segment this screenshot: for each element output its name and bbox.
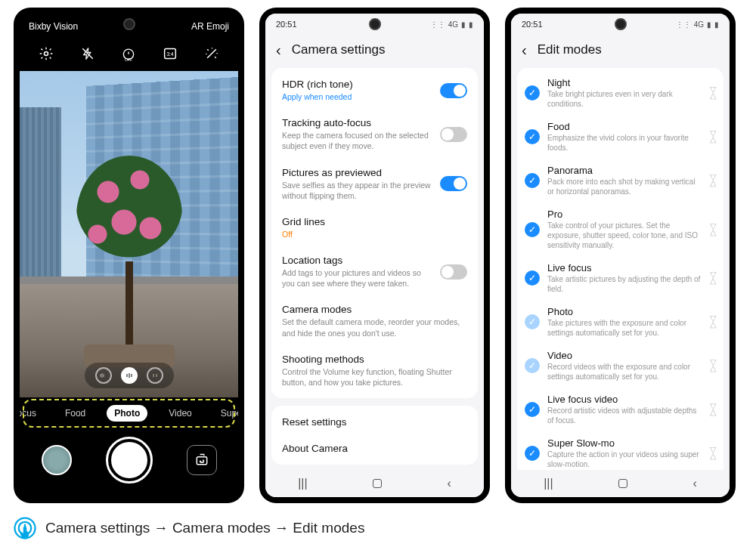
mode-super-slowmo[interactable]: Super Sl xyxy=(213,405,238,422)
switch-camera-button[interactable] xyxy=(187,445,217,475)
modes-card: ✓NightTake bright pictures even in very … xyxy=(517,68,723,470)
shutter-row xyxy=(20,429,238,497)
mode-food[interactable]: Food xyxy=(57,405,93,422)
shutter-button[interactable] xyxy=(106,437,153,484)
back-button[interactable]: ‹ xyxy=(522,42,527,57)
nav-back[interactable]: ‹ xyxy=(447,477,451,490)
phone-settings: 20:51 ⋮⋮ 4G ▮ ▮ ‹ Camera settings HDR (r… xyxy=(259,8,490,503)
check-icon[interactable]: ✓ xyxy=(525,446,540,461)
mode-live-focus[interactable]: ve focus xyxy=(20,405,44,422)
drag-handle-icon[interactable]: ▽△ xyxy=(710,272,716,283)
status-icons: ⋮⋮ 4G ▮ ▮ xyxy=(430,20,473,29)
toggle-location-tags[interactable] xyxy=(440,264,467,280)
drag-handle-icon[interactable]: ▽△ xyxy=(710,131,716,142)
flash-off-icon[interactable] xyxy=(78,44,98,63)
nav-home[interactable] xyxy=(618,479,627,488)
mode-row-super-slow-mo[interactable]: ✓Super Slow-moCapture the action in your… xyxy=(517,431,723,470)
mode-photo[interactable]: Photo xyxy=(107,405,147,422)
settings-screen: 20:51 ⋮⋮ 4G ▮ ▮ ‹ Camera settings HDR (r… xyxy=(265,14,484,497)
drag-handle-icon[interactable]: ▽△ xyxy=(710,87,716,98)
mode-row-live-focus[interactable]: ✓Live focusTake artistic pictures by adj… xyxy=(517,256,723,300)
status-time: 20:51 xyxy=(276,20,297,29)
svg-point-0 xyxy=(45,52,48,56)
nav-bar: ||| ‹ xyxy=(511,470,730,497)
check-icon[interactable]: ✓ xyxy=(525,270,540,286)
check-icon[interactable]: ✓ xyxy=(525,173,540,188)
toggle-tracking-af[interactable] xyxy=(440,127,467,142)
check-icon[interactable]: ✓ xyxy=(525,222,540,237)
mode-rail[interactable]: ve focus Food Photo Video Super Sl xyxy=(20,397,238,429)
edit-modes-screen: 20:51 ⋮⋮ 4G ▮ ▮ ‹ Edit modes ✓NightTake … xyxy=(511,14,730,497)
drag-handle-icon[interactable]: ▽△ xyxy=(710,447,716,459)
tap-icon xyxy=(14,517,36,539)
row-camera-modes[interactable]: Camera modesSet the default camera mode,… xyxy=(271,296,478,345)
row-reset-settings[interactable]: Reset settings xyxy=(271,409,478,435)
phone-edit-modes: 20:51 ⋮⋮ 4G ▮ ▮ ‹ Edit modes ✓NightTake … xyxy=(505,8,736,503)
mode-row-food[interactable]: ✓FoodEmphasize the vivid colors in your … xyxy=(517,115,723,159)
check-icon[interactable]: ✓ xyxy=(525,314,540,329)
check-icon[interactable]: ✓ xyxy=(525,402,540,417)
row-about-camera[interactable]: About Camera xyxy=(271,435,478,462)
drag-handle-icon[interactable]: ▽△ xyxy=(710,316,716,327)
nav-recent[interactable]: ||| xyxy=(544,477,553,490)
signal-bars-icon: ▮ xyxy=(707,20,711,29)
row-location-tags[interactable]: Location tagsAdd tags to your pictures a… xyxy=(271,247,478,296)
row-tracking-af[interactable]: Tracking auto-focusKeep the camera focus… xyxy=(271,110,478,159)
mode-row-photo[interactable]: ✓PhotoTake pictures with the exposure an… xyxy=(517,300,723,344)
mode-row-pro[interactable]: ✓ProTake control of your pictures. Set t… xyxy=(517,202,723,256)
nav-recent[interactable]: ||| xyxy=(298,477,307,490)
signal-icon: 4G xyxy=(694,20,704,29)
check-icon[interactable]: ✓ xyxy=(525,358,540,373)
toggle-hdr[interactable] xyxy=(440,83,467,98)
camera-top-bar: Bixby Vision AR Emoji xyxy=(20,14,238,36)
nav-home[interactable] xyxy=(373,479,382,488)
mode-row-panorama[interactable]: ✓PanoramaPack more into each shot by mak… xyxy=(517,159,723,202)
row-grid-lines[interactable]: Grid linesOff xyxy=(271,209,478,247)
lens-wide[interactable] xyxy=(121,367,138,384)
drag-handle-icon[interactable]: ▽△ xyxy=(710,175,716,186)
mode-video[interactable]: Video xyxy=(161,405,199,422)
phone-camera: Bixby Vision AR Emoji OFF 3:4 xyxy=(14,8,244,503)
nav-back[interactable]: ‹ xyxy=(692,477,696,490)
gallery-thumbnail[interactable] xyxy=(42,445,72,475)
modes-list[interactable]: ✓NightTake bright pictures even in very … xyxy=(511,68,730,470)
drag-handle-icon[interactable]: ▽△ xyxy=(710,403,716,415)
lens-tele[interactable] xyxy=(147,367,163,384)
filters-icon[interactable] xyxy=(202,44,222,63)
mode-row-video[interactable]: ✓VideoRecord videos with the exposure an… xyxy=(517,344,723,388)
status-time: 20:51 xyxy=(522,20,543,29)
svg-text:3:4: 3:4 xyxy=(167,51,174,57)
row-pictures-previewed[interactable]: Pictures as previewedSave selfies as the… xyxy=(271,159,478,209)
bixby-vision-link[interactable]: Bixby Vision xyxy=(29,21,78,32)
drag-handle-icon[interactable]: ▽△ xyxy=(710,360,716,371)
aspect-ratio-icon[interactable]: 3:4 xyxy=(160,44,180,63)
check-icon[interactable]: ✓ xyxy=(525,129,540,144)
svg-rect-6 xyxy=(197,457,206,465)
mode-row-live-focus-video[interactable]: ✓Live focus videoRecord artistic videos … xyxy=(517,388,723,431)
ar-emoji-link[interactable]: AR Emoji xyxy=(191,21,229,32)
title-bar: ‹ Edit modes xyxy=(511,35,730,68)
mode-row-night[interactable]: ✓NightTake bright pictures even in very … xyxy=(517,71,723,115)
footer-breadcrumb: Camera settings → Camera modes → Edit mo… xyxy=(14,517,364,539)
row-shooting-methods[interactable]: Shooting methodsControl the Volume key f… xyxy=(271,346,478,395)
check-icon[interactable]: ✓ xyxy=(525,85,540,100)
camera-viewfinder[interactable] xyxy=(20,71,238,397)
page-title: Edit modes xyxy=(538,42,602,57)
battery-icon: ▮ xyxy=(714,20,719,29)
signal-icon: 4G xyxy=(448,20,458,29)
back-button[interactable]: ‹ xyxy=(276,42,281,57)
row-hdr-sub: Apply when needed xyxy=(282,91,432,102)
settings-list[interactable]: HDR (rich tone)Apply when needed Trackin… xyxy=(265,68,484,470)
camera-screen: Bixby Vision AR Emoji OFF 3:4 xyxy=(20,14,238,497)
page-title: Camera settings xyxy=(292,42,386,57)
wifi-icon: ⋮⋮ xyxy=(676,20,691,29)
status-bar: 20:51 ⋮⋮ 4G ▮ ▮ xyxy=(265,14,484,35)
gear-icon[interactable] xyxy=(36,44,56,63)
timer-off-icon[interactable]: OFF xyxy=(119,44,138,63)
drag-handle-icon[interactable]: ▽△ xyxy=(710,224,716,235)
toggle-pictures-previewed[interactable] xyxy=(440,176,467,191)
lens-ultrawide[interactable] xyxy=(95,367,112,384)
wifi-icon: ⋮⋮ xyxy=(430,20,445,29)
lens-selector xyxy=(85,363,174,388)
row-hdr[interactable]: HDR (rich tone)Apply when needed xyxy=(271,71,478,110)
